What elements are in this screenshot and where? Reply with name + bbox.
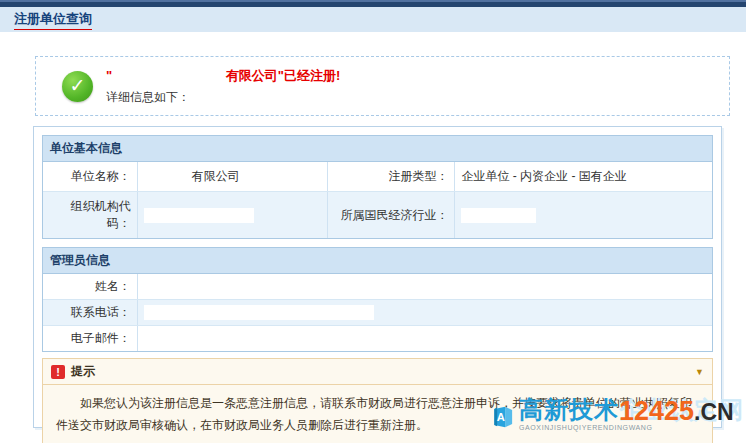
field-label-name: 姓名： (43, 274, 137, 299)
field-value-register-type: 企业单位 - 内资企业 - 国有企业 (454, 162, 712, 191)
basic-info-section-title: 单位基本信息 (43, 136, 712, 162)
basic-info-table: 单位基本信息 单位名称： 有限公司 注册类型： 企业单位 - 内资企业 - 国有… (42, 135, 713, 239)
collapse-arrow-icon[interactable]: ▼ (695, 367, 704, 377)
table-row: 组织机构代码： 所属国民经济行业： (43, 191, 712, 238)
top-navy-bar (0, 0, 746, 7)
table-row: 姓名： (43, 274, 712, 299)
table-row: 电子邮件： (43, 325, 712, 351)
domain-number: 12425 (619, 396, 694, 426)
success-check-icon: ✓ (62, 71, 93, 102)
field-value-phone (137, 300, 712, 325)
field-value-name (137, 274, 712, 299)
table-row: 单位名称： 有限公司 注册类型： 企业单位 - 内资企业 - 国有企业 (43, 162, 712, 191)
watermark-text: 高新技术企业认定网 12425.CN GAOXINJISHUQIYERENDIN… (519, 393, 744, 441)
redacted-company-name (112, 69, 222, 84)
table-row: 联系电话： (43, 299, 712, 325)
registered-message: " 有限公司"已经注册! (106, 67, 340, 85)
site-watermark-logo: A 高新技术企业认定网 12425.CN GAOXINJISHUQIYEREND… (492, 392, 744, 442)
tip-header: ! 提示 ▼ (43, 359, 712, 385)
field-value-org-code (137, 192, 328, 238)
tip-title: 提示 (71, 363, 95, 380)
registered-message-text: 有限公司"已经注册! (226, 68, 341, 83)
field-value-unit-name: 有限公司 (137, 162, 328, 191)
detail-intro: 详细信息如下： (106, 89, 340, 106)
domain-tld: .CN (694, 399, 734, 425)
brand-solid-text: 高新技术 (519, 396, 619, 423)
watermark-domain: 12425.CN (619, 396, 734, 427)
page-title: 注册单位查询 (14, 10, 92, 30)
field-label-phone: 联系电话： (43, 300, 137, 325)
admin-info-table: 管理员信息 姓名： 联系电话： 电子邮件： (42, 247, 713, 352)
redacted-value (144, 305, 374, 320)
result-banner-text: " 有限公司"已经注册! 详细信息如下： (106, 67, 340, 106)
result-banner: ✓ " 有限公司"已经注册! 详细信息如下： (35, 56, 730, 116)
admin-info-section-title: 管理员信息 (43, 248, 712, 274)
field-label-unit-name: 单位名称： (43, 162, 137, 191)
svg-text:A: A (497, 411, 505, 423)
logo-a-icon: A (492, 393, 514, 441)
unit-name-visible-part: 有限公司 (192, 168, 240, 185)
field-label-email: 电子邮件： (43, 326, 137, 351)
field-value-industry (454, 192, 712, 238)
field-label-register-type: 注册类型： (327, 162, 454, 191)
detail-panel: 单位基本信息 单位名称： 有限公司 注册类型： 企业单位 - 内资企业 - 国有… (33, 126, 722, 428)
field-label-industry: 所属国民经济行业： (327, 192, 454, 238)
redacted-value (461, 208, 536, 223)
page-header-band: 注册单位查询 (0, 7, 746, 32)
redacted-value (144, 208, 254, 223)
warning-icon: ! (51, 365, 65, 379)
field-label-org-code: 组织机构代码： (43, 192, 137, 238)
field-value-email (137, 326, 712, 351)
